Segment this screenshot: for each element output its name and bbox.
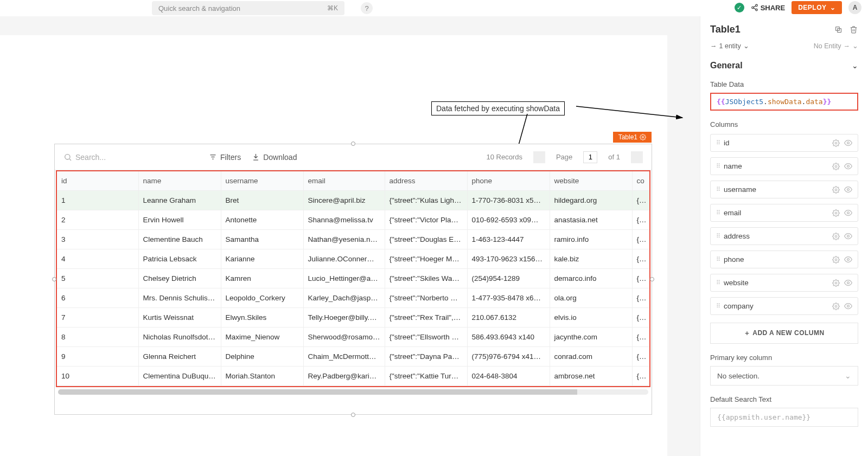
column-header[interactable]: website: [550, 171, 632, 191]
table-row[interactable]: 1Leanne GrahamBretSincere@april.biz{"str…: [57, 191, 650, 210]
column-visibility-button[interactable]: [844, 255, 852, 264]
table-row[interactable]: 5Chelsey DietrichKamrenLucio_Hettinger@a…: [57, 269, 650, 288]
column-visibility-button[interactable]: [844, 279, 852, 287]
drag-handle-icon[interactable]: ⠿: [716, 163, 719, 170]
column-header[interactable]: id: [57, 171, 138, 191]
table-row[interactable]: 9Glenna ReichertDelphineChaim_McDermott@…: [57, 347, 650, 367]
column-settings-button[interactable]: [832, 186, 840, 194]
primary-key-select[interactable]: No selection. ⌄: [710, 366, 858, 386]
column-settings-button[interactable]: [832, 303, 840, 310]
column-config-item[interactable]: ⠿name: [710, 157, 858, 175]
table-row[interactable]: 2Ervin HowellAntonetteShanna@melissa.tv{…: [57, 210, 650, 230]
drag-handle-icon[interactable]: ⠿: [716, 233, 719, 240]
topbar: Quick search & navigation ⌘K ? ✓ SHARE D…: [0, 0, 868, 16]
table-cell: {"street":"Skiles Wa…: [385, 269, 467, 288]
table-row[interactable]: 7Kurtis WeissnatElwyn.SkilesTelly.Hoeger…: [57, 308, 650, 327]
table-cell: {"street":"Hoeger M…: [385, 249, 467, 269]
column-visibility-button[interactable]: [844, 185, 852, 194]
column-visibility-button[interactable]: [844, 139, 852, 147]
copy-button[interactable]: [833, 25, 843, 35]
column-visibility-button[interactable]: [844, 162, 852, 170]
svg-point-28: [847, 282, 850, 284]
table-row[interactable]: 10Clementina DuBuqu…Moriah.StantonRey.Pa…: [57, 367, 650, 386]
drag-handle-icon[interactable]: ⠿: [716, 256, 719, 263]
outgoing-entities[interactable]: No Entity → ⌄: [814, 42, 858, 50]
default-search-input[interactable]: {{appsmith.user.name}}: [710, 408, 858, 427]
resize-handle-bottom[interactable]: [351, 413, 355, 417]
chevron-down-icon: ⌄: [852, 61, 858, 70]
table-cell: Samantha: [221, 230, 303, 249]
download-icon: [252, 153, 260, 161]
column-config-item[interactable]: ⠿address: [710, 227, 858, 245]
canvas-inner: Data fetched by executing showData Table…: [0, 35, 667, 456]
column-visibility-button[interactable]: [844, 302, 852, 310]
quick-search-input[interactable]: Quick search & navigation ⌘K: [152, 1, 344, 15]
delete-button[interactable]: [848, 25, 858, 35]
column-header[interactable]: name: [138, 171, 221, 191]
table-cell: Clementina DuBuqu…: [138, 367, 221, 386]
page-next-button[interactable]: [631, 151, 643, 163]
filters-button[interactable]: Filters: [209, 153, 241, 162]
columns-list: ⠿id⠿name⠿username⠿email⠿address⠿phone⠿we…: [710, 134, 858, 315]
column-header[interactable]: username: [221, 171, 303, 191]
search-icon: [63, 153, 72, 162]
table-row[interactable]: 4Patricia LebsackKarianneJulianne.OConne…: [57, 249, 650, 269]
column-settings-button[interactable]: [832, 233, 840, 240]
share-button[interactable]: SHARE: [751, 4, 786, 12]
trash-icon: [850, 25, 858, 34]
table-cell: Ervin Howell: [138, 210, 221, 230]
help-button[interactable]: ?: [361, 2, 373, 14]
resize-handle-left[interactable]: [52, 277, 56, 281]
table-cell: Mrs. Dennis Schulis…: [138, 288, 221, 308]
table-body-container: idnameusernameemailaddressphonewebsiteco…: [56, 170, 650, 387]
column-settings-button[interactable]: [832, 163, 840, 170]
column-settings-button[interactable]: [832, 279, 840, 287]
resize-handle-right[interactable]: [650, 277, 654, 281]
column-settings-button[interactable]: [832, 256, 840, 264]
widget-tag[interactable]: Table1: [613, 132, 652, 143]
table-data-input[interactable]: {{JSObject5.showData.data}}: [710, 93, 858, 111]
table-row[interactable]: 6Mrs. Dennis Schulis…Leopoldo_CorkeryKar…: [57, 288, 650, 308]
drag-handle-icon[interactable]: ⠿: [716, 186, 719, 193]
avatar[interactable]: A: [848, 1, 861, 14]
column-header[interactable]: address: [385, 171, 467, 191]
table-cell: {"street":"Kulas Light…: [385, 191, 467, 210]
download-button[interactable]: Download: [252, 153, 297, 162]
table-cell: Nathan@yesenia.ne…: [303, 230, 385, 249]
resize-handle-top[interactable]: [351, 142, 355, 146]
column-visibility-button[interactable]: [844, 232, 852, 240]
table-cell: Antonette: [221, 210, 303, 230]
drag-handle-icon[interactable]: ⠿: [716, 209, 719, 216]
page-number-input[interactable]: [583, 151, 597, 163]
page-prev-button[interactable]: [533, 151, 545, 163]
deploy-button[interactable]: DEPLOY ⌄: [792, 1, 842, 14]
incoming-entities[interactable]: → 1 entity ⌄: [710, 42, 749, 50]
column-header[interactable]: phone: [467, 171, 550, 191]
table-cell: Glenna Reichert: [138, 347, 221, 367]
drag-handle-icon[interactable]: ⠿: [716, 279, 719, 286]
column-settings-button[interactable]: [832, 209, 840, 217]
column-settings-button[interactable]: [832, 139, 840, 147]
general-section-header[interactable]: General ⌄: [710, 61, 858, 70]
drag-handle-icon[interactable]: ⠿: [716, 139, 719, 146]
column-config-item[interactable]: ⠿website: [710, 274, 858, 292]
column-header[interactable]: email: [303, 171, 385, 191]
table-row[interactable]: 8Nicholas Runolfsdot…Maxime_NienowSherwo…: [57, 327, 650, 347]
drag-handle-icon[interactable]: ⠿: [716, 303, 719, 310]
table-search-input[interactable]: Search...: [63, 153, 106, 162]
table-cell: Sherwood@rosamo…: [303, 327, 385, 347]
panel-title: Table1: [710, 24, 828, 35]
column-config-item[interactable]: ⠿username: [710, 181, 858, 198]
horizontal-scrollbar[interactable]: [58, 389, 648, 395]
column-config-item[interactable]: ⠿phone: [710, 251, 858, 268]
table-widget[interactable]: Table1 Search... Filters Downlo: [54, 144, 652, 415]
column-config-item[interactable]: ⠿company: [710, 297, 858, 315]
column-name: email: [724, 209, 828, 217]
table-row[interactable]: 3Clementine BauchSamanthaNathan@yesenia.…: [57, 230, 650, 249]
column-name: username: [724, 185, 828, 194]
add-column-button[interactable]: ＋ ADD A NEW COLUMN: [710, 323, 858, 344]
column-visibility-button[interactable]: [844, 209, 852, 217]
column-config-item[interactable]: ⠿email: [710, 204, 858, 222]
column-header[interactable]: co: [632, 171, 650, 191]
column-config-item[interactable]: ⠿id: [710, 134, 858, 152]
